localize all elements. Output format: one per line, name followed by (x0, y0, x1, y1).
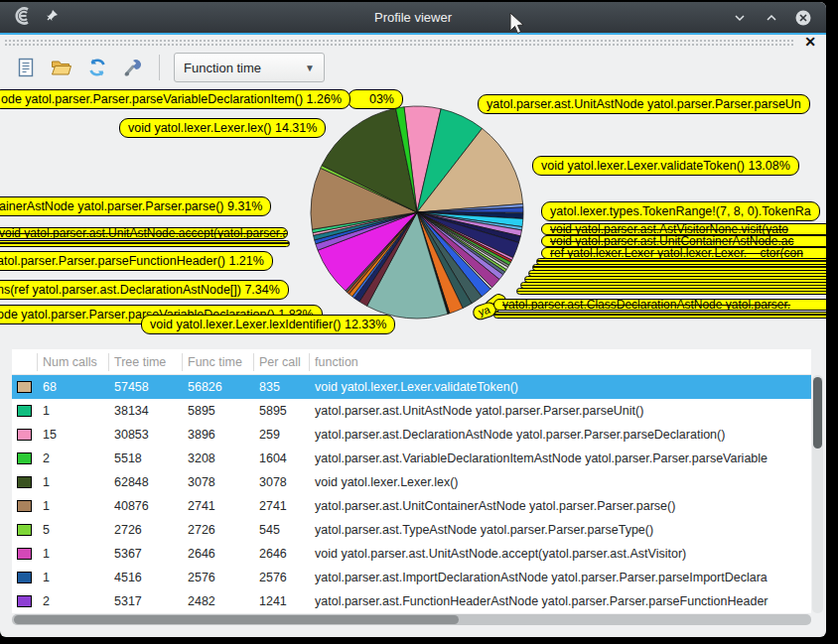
table-cell: 2 (38, 451, 109, 465)
table-row[interactable]: 1536726462646void yatol.parser.ast.UnitA… (12, 542, 811, 566)
table-cell: 30853 (109, 428, 183, 442)
table-row[interactable]: 685745856826835void yatol.lexer.Lexer.va… (12, 375, 811, 399)
profile-table[interactable]: Num callsTree timeFunc timePer callfunct… (12, 349, 811, 613)
column-header[interactable]: function (310, 353, 811, 371)
horizontal-scrollbar[interactable] (12, 614, 811, 625)
table-row[interactable]: 16284830783078void yatol.lexer.Lexer.lex… (12, 470, 811, 494)
column-header[interactable]: Num calls (38, 353, 109, 371)
pie-callout-label: ode yatol.parser.Parser.parseVariableDec… (0, 89, 350, 109)
pie-callout-label: void yatol.lexer.Lexer.lexIdentifier() 1… (141, 315, 395, 334)
table-cell: yatol.parser.ast.VariableDeclarationItem… (310, 451, 811, 465)
table-cell: yatol.parser.ast.FunctionHeaderAstNode y… (310, 594, 811, 608)
pie-callout-label (0, 240, 290, 247)
table-row[interactable]: 2551832081604yatol.parser.ast.VariableDe… (12, 447, 811, 470)
table-cell: 5 (38, 523, 109, 537)
table-cell: 3208 (183, 451, 254, 465)
table-cell: yatol.parser.ast.ImportDeclarationAstNod… (310, 571, 811, 584)
function-color-swatch (17, 500, 32, 512)
pie-callout-label: void yatol.lexer.Lexer.validateToken() 1… (532, 156, 799, 176)
table-cell: 5518 (109, 451, 183, 465)
column-header[interactable]: Func time (183, 353, 254, 371)
column-header[interactable] (12, 353, 38, 371)
table-cell: 2646 (183, 547, 254, 561)
function-color-swatch (17, 595, 32, 607)
pie-callout-label: yatol.parser.ast.ClassDeclarationAstNode… (493, 299, 826, 311)
table-cell: 2646 (254, 547, 310, 561)
table-cell: yatol.parser.ast.TypeAstNode yatol.parse… (310, 523, 811, 537)
table-cell: 5317 (109, 594, 183, 608)
table-cell: 3078 (254, 475, 310, 489)
dock-close-icon[interactable]: ✕ (802, 34, 818, 50)
open-folder-icon[interactable] (50, 56, 73, 79)
pie-callout-label: void yatol.lexer.Lexer.lex() 14.31% (119, 118, 326, 138)
pie-callout-label: yatol.lexer.types.TokenRange!(7, 8, 0).T… (541, 201, 820, 221)
pie-callout-label (493, 312, 826, 319)
function-color-swatch (17, 429, 32, 441)
table-cell: 2576 (254, 571, 310, 584)
titlebar[interactable]: Profile viewer (0, 2, 826, 33)
table-cell: 2482 (183, 594, 254, 608)
pie-chart[interactable] (310, 105, 524, 320)
table-row[interactable]: 1451625762576yatol.parser.ast.ImportDecl… (12, 566, 811, 589)
report-icon[interactable] (14, 56, 38, 79)
maximize-button[interactable] (763, 9, 780, 27)
mouse-cursor (508, 12, 526, 42)
table-cell: 2 (38, 594, 109, 608)
table-cell: void yatol.parser.ast.UnitAstNode.accept… (310, 547, 811, 561)
function-color-swatch (17, 381, 32, 393)
table-cell: 5895 (183, 404, 254, 418)
vertical-scrollbar[interactable] (812, 375, 823, 613)
function-color-swatch (17, 476, 32, 488)
function-color-swatch (17, 548, 32, 560)
column-header[interactable]: Per call (254, 353, 310, 371)
wrench-icon[interactable] (121, 56, 145, 79)
pie-callout-label: void yatol.parser.ast.UnitContainerAstNo… (541, 235, 826, 247)
metric-dropdown[interactable]: Function time ▼ (174, 53, 325, 82)
table-cell: 1 (38, 571, 109, 584)
table-cell: 1 (38, 547, 109, 561)
profile-viewer-window: Profile viewer ✕ (0, 2, 826, 637)
horizontal-scrollbar-thumb[interactable] (14, 615, 459, 624)
table-header[interactable]: Num callsTree timeFunc timePer callfunct… (12, 349, 811, 375)
pie-callout-label: atol.parser.Parser.parseFunctionHeader()… (0, 251, 273, 271)
table-cell: 40876 (109, 499, 183, 513)
table-cell: 5895 (254, 404, 310, 418)
toolbar: Function time ▼ (14, 52, 325, 83)
table-cell: yatol.parser.ast.DeclarationAstNode yato… (310, 428, 811, 442)
function-color-swatch (17, 524, 32, 536)
table-cell: 2726 (109, 523, 183, 537)
metric-dropdown-value: Function time (184, 61, 261, 75)
table-cell: 1 (38, 499, 109, 513)
table-cell: void yatol.lexer.Lexer.validateToken() (310, 380, 811, 394)
dock-drag-handle[interactable] (4, 39, 794, 48)
function-color-swatch (17, 452, 32, 464)
pie-callout-label: 03% (348, 89, 403, 109)
function-color-swatch (17, 405, 32, 417)
close-button[interactable] (794, 9, 812, 27)
table-cell: 1 (38, 475, 109, 489)
pie-callout-label: yatol.parser.ast.UnitAstNode yatol.parse… (478, 94, 810, 114)
table-cell: 835 (254, 380, 310, 394)
refresh-icon[interactable] (85, 56, 109, 79)
table-cell: yatol.parser.ast.UnitAstNode yatol.parse… (310, 404, 811, 418)
table-cell: 1 (38, 404, 109, 418)
table-cell: 1604 (254, 451, 310, 465)
pie-callout-label: ns(ref yatol.parser.ast.DeclarationAstNo… (0, 280, 289, 300)
vertical-scrollbar-thumb[interactable] (813, 377, 822, 449)
column-header[interactable]: Tree time (109, 353, 183, 371)
table-row[interactable]: 527262726545yatol.parser.ast.TypeAstNode… (12, 518, 811, 542)
pin-icon[interactable] (44, 8, 60, 28)
table-row[interactable]: 13813458955895yatol.parser.ast.UnitAstNo… (12, 399, 811, 423)
table-row[interactable]: 14087627412741yatol.parser.ast.UnitConta… (12, 494, 811, 518)
table-cell: 56826 (183, 380, 254, 394)
minimize-button[interactable] (731, 9, 749, 27)
table-row[interactable]: 15308533896259yatol.parser.ast.Declarati… (12, 423, 811, 447)
pie-chart-area: 03%ode yatol.parser.Parser.parseVariable… (0, 85, 826, 349)
table-cell: 57458 (109, 380, 183, 394)
focus-accent-line (0, 33, 826, 35)
table-cell: yatol.parser.ast.UnitContainerAstNode ya… (310, 499, 811, 513)
table-row[interactable]: 2531724821241yatol.parser.ast.FunctionHe… (12, 589, 811, 613)
table-cell: 3078 (183, 475, 254, 489)
table-cell: 2741 (254, 499, 310, 513)
table-cell: 15 (38, 428, 109, 442)
